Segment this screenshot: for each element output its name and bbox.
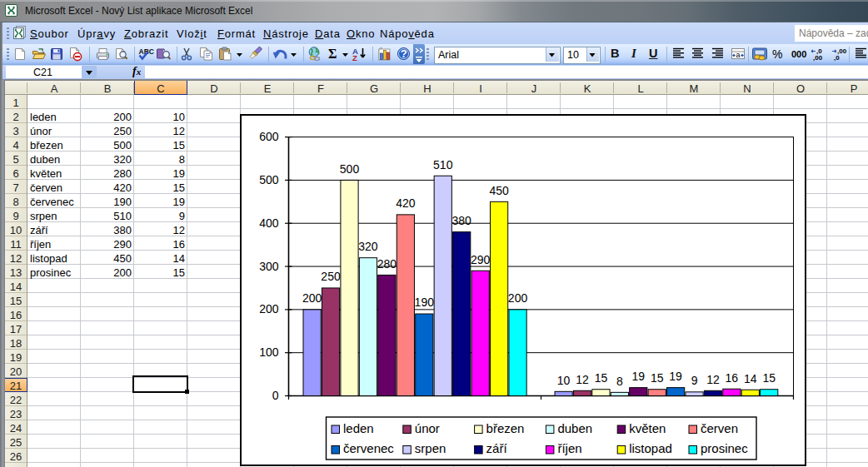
svg-text:únor: únor bbox=[415, 421, 440, 435]
svg-text:listopad: listopad bbox=[629, 441, 672, 455]
svg-text:400: 400 bbox=[259, 216, 279, 230]
svg-text:600: 600 bbox=[259, 130, 279, 143]
svg-text:250: 250 bbox=[321, 270, 341, 283]
svg-text:19: 19 bbox=[631, 370, 645, 383]
svg-text:9: 9 bbox=[691, 374, 698, 387]
svg-text:10: 10 bbox=[557, 374, 571, 387]
svg-text:září: září bbox=[486, 441, 508, 455]
svg-text:12: 12 bbox=[706, 373, 720, 386]
svg-text:200: 200 bbox=[259, 302, 279, 315]
svg-text:15: 15 bbox=[762, 371, 776, 385]
svg-text:190: 190 bbox=[415, 296, 435, 309]
svg-text:280: 280 bbox=[377, 257, 397, 271]
svg-text:,00: ,00 bbox=[813, 54, 823, 62]
svg-text:12: 12 bbox=[576, 373, 589, 386]
svg-text:200: 200 bbox=[508, 291, 528, 305]
svg-text:červen: červen bbox=[701, 421, 738, 435]
svg-text:%: % bbox=[772, 47, 782, 61]
svg-text:450: 450 bbox=[489, 184, 509, 197]
svg-text:510: 510 bbox=[433, 158, 453, 171]
svg-text:300: 300 bbox=[259, 260, 279, 273]
svg-text:15: 15 bbox=[595, 371, 608, 385]
svg-text:Z: Z bbox=[352, 53, 357, 62]
svg-text:320: 320 bbox=[358, 240, 378, 253]
svg-text:15: 15 bbox=[651, 371, 664, 385]
svg-text:8: 8 bbox=[616, 375, 623, 388]
svg-text:500: 500 bbox=[259, 173, 279, 186]
svg-text:14: 14 bbox=[744, 372, 757, 385]
svg-text:380: 380 bbox=[452, 214, 472, 227]
svg-text:290: 290 bbox=[471, 253, 491, 266]
svg-text:500: 500 bbox=[340, 162, 360, 176]
svg-text:?: ? bbox=[401, 47, 407, 60]
svg-text:květen: květen bbox=[629, 421, 666, 435]
svg-text:březen: březen bbox=[486, 421, 525, 435]
svg-text:srpen: srpen bbox=[415, 441, 446, 455]
svg-text:a: a bbox=[736, 51, 741, 59]
svg-text:100: 100 bbox=[259, 345, 279, 359]
svg-text:duben: duben bbox=[557, 421, 592, 435]
svg-text:000: 000 bbox=[791, 49, 806, 59]
svg-text:16: 16 bbox=[726, 371, 739, 385]
svg-text:200: 200 bbox=[302, 291, 322, 305]
svg-text:Σ: Σ bbox=[328, 47, 337, 61]
svg-text:19: 19 bbox=[669, 370, 682, 383]
svg-text:420: 420 bbox=[396, 196, 416, 210]
svg-text:prosinec: prosinec bbox=[701, 441, 748, 455]
svg-text:leden: leden bbox=[343, 421, 374, 435]
svg-text:,0: ,0 bbox=[834, 54, 840, 62]
svg-text:0: 0 bbox=[272, 389, 279, 402]
svg-text:červenec: červenec bbox=[343, 441, 394, 455]
svg-text:říjen: říjen bbox=[557, 441, 581, 455]
